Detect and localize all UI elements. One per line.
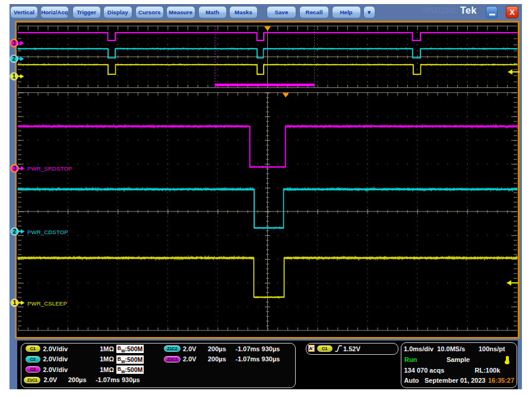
svg-text:PWR_SRDSTOP: PWR_SRDSTOP <box>27 165 72 172</box>
svg-text:PWR_CDSTOP: PWR_CDSTOP <box>27 229 68 235</box>
svg-text:1: 1 <box>12 73 16 80</box>
svg-text:PWR_CSLEEP: PWR_CSLEEP <box>27 300 67 307</box>
svg-text:3: 3 <box>12 40 16 46</box>
svg-text:2: 2 <box>13 228 17 235</box>
svg-text:3: 3 <box>13 165 17 172</box>
svg-text:1: 1 <box>13 300 17 306</box>
svg-text:2: 2 <box>12 55 16 62</box>
